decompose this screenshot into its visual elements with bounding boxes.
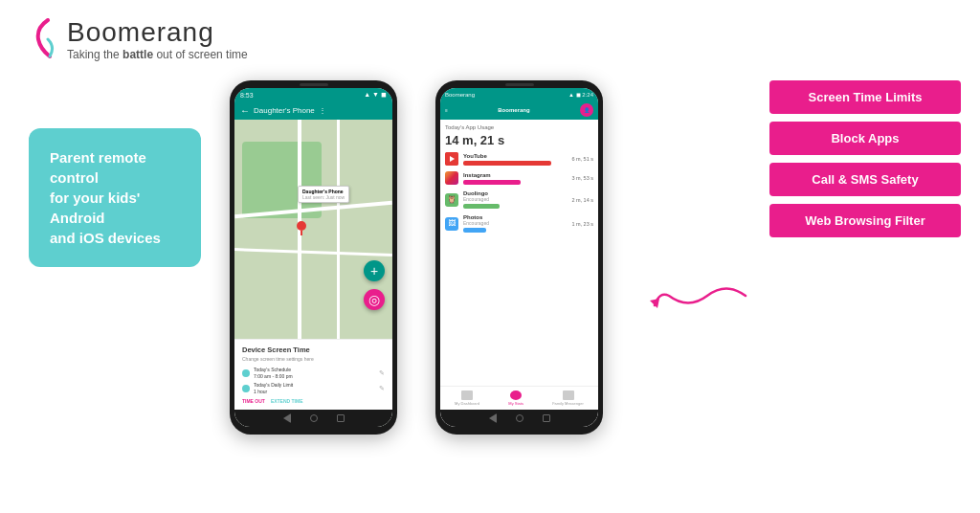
- boomerang-logo-icon: [29, 18, 56, 61]
- phones-container: 8:53 ▲ ▼ ◼ ← Daughter's Phone ⋮: [230, 80, 603, 435]
- daily-limit-row: Today's Daily Limit 1 hour ✎: [242, 382, 385, 394]
- phone-2-screen: Boomerang ▲ ◼ 2:24 ≡ Boomerang 👤 Today's…: [440, 88, 598, 427]
- phone-1-frame: 8:53 ▲ ▼ ◼ ← Daughter's Phone ⋮: [230, 80, 397, 435]
- recent-nav-button-2[interactable]: [543, 414, 550, 422]
- profile-icon[interactable]: 👤: [580, 103, 593, 117]
- main-content: Parent remote control for your kids' And…: [0, 71, 980, 511]
- dashboard-tab-icon: [461, 390, 473, 400]
- back-nav-button-2[interactable]: [489, 413, 497, 423]
- phone1-toolbar: ← Daughter's Phone ⋮: [234, 101, 392, 120]
- call-sms-safety-button[interactable]: Call & SMS Safety: [769, 163, 961, 196]
- phone-2-frame: Boomerang ▲ ◼ 2:24 ≡ Boomerang 👤 Today's…: [435, 80, 603, 435]
- map-road: [337, 120, 340, 339]
- phone1-navbar: [234, 410, 392, 427]
- stats-tab-icon: [510, 390, 522, 400]
- logo-subtitle: Taking the battle out of screen time: [67, 48, 248, 61]
- recent-nav-button[interactable]: [337, 414, 345, 422]
- app-row-photos: 🖼 Photos Encouraged 1 m, 23 s: [445, 214, 593, 233]
- svg-point-1: [297, 221, 306, 231]
- phone2-content: Today's App Usage 14 m, 21 s YouTube 6 m…: [440, 120, 598, 386]
- svg-marker-4: [650, 299, 659, 308]
- overflow-icon[interactable]: ⋮: [319, 106, 326, 115]
- web-browsing-filter-button[interactable]: Web Browsing Filter: [769, 204, 961, 237]
- app-row-duolingo: 🦉 Duolingo Encouraged 2 m, 14 s: [445, 190, 593, 209]
- map-green-area: [242, 142, 322, 218]
- tab-my-stats[interactable]: My Stats: [508, 390, 523, 406]
- phone2-toolbar: ≡ Boomerang 👤: [440, 100, 598, 120]
- map-fab-action[interactable]: ◎: [364, 289, 385, 310]
- app-row-instagram: Instagram 3 m, 53 s: [445, 171, 593, 185]
- duolingo-icon: 🦉: [445, 193, 458, 207]
- phone2-tabbar: My Dashboard My Stats Family Messenger: [440, 386, 598, 410]
- screen-time-limits-button[interactable]: Screen Time Limits: [769, 80, 961, 114]
- block-apps-button[interactable]: Block Apps: [769, 122, 961, 155]
- app-row-youtube: YouTube 6 m, 51 s: [445, 152, 593, 166]
- tab-my-dashboard[interactable]: My Dashboard: [455, 390, 479, 406]
- daily-icon: [242, 385, 250, 392]
- timeout-button[interactable]: TIME OUT: [242, 398, 265, 404]
- home-nav-button[interactable]: [310, 414, 318, 422]
- phone1-map: Daughter's Phone Last seen: Just now + ◎: [234, 120, 392, 339]
- daily-edit-icon[interactable]: ✎: [379, 385, 385, 392]
- tab-family-messenger[interactable]: Family Messenger: [552, 390, 584, 406]
- back-icon[interactable]: ←: [240, 105, 250, 116]
- photos-icon: 🖼: [445, 217, 458, 231]
- map-pin-icon: [296, 220, 307, 235]
- schedule-row: Today's Schedule 7:00 am - 8:00 pm ✎: [242, 367, 385, 379]
- squiggly-arrow-icon: [650, 277, 765, 334]
- features-panel: Screen Time Limits Block Apps Call & SMS…: [769, 80, 961, 237]
- back-nav-button[interactable]: [283, 413, 291, 423]
- phone2-topbar: Boomerang ▲ ◼ 2:24: [440, 88, 598, 100]
- logo-text: Boomerang Taking the battle out of scree…: [67, 17, 248, 61]
- map-road: [234, 249, 392, 257]
- instagram-icon: [445, 171, 458, 185]
- schedule-icon: [242, 369, 250, 377]
- phone1-bottom-panel: Device Screen Time Change screen time se…: [234, 339, 392, 410]
- bottom-actions: TIME OUT EXTEND TIME: [242, 398, 385, 404]
- header: Boomerang Taking the battle out of scree…: [0, 0, 980, 71]
- map-fab-locate[interactable]: +: [364, 260, 385, 281]
- extend-button[interactable]: EXTEND TIME: [271, 398, 303, 404]
- phone-1-screen: 8:53 ▲ ▼ ◼ ← Daughter's Phone ⋮: [234, 88, 392, 427]
- youtube-icon: [445, 152, 458, 166]
- map-location-label: Daughter's Phone Last seen: Just now: [298, 186, 349, 203]
- parent-control-text: Parent remote control for your kids' And…: [29, 128, 201, 267]
- messenger-tab-icon: [563, 390, 574, 400]
- schedule-edit-icon[interactable]: ✎: [379, 369, 385, 377]
- phone2-navbar: [440, 410, 598, 427]
- logo-title: Boomerang: [67, 17, 248, 48]
- phone1-topbar: 8:53 ▲ ▼ ◼: [234, 88, 392, 101]
- home-nav-button-2[interactable]: [516, 414, 523, 422]
